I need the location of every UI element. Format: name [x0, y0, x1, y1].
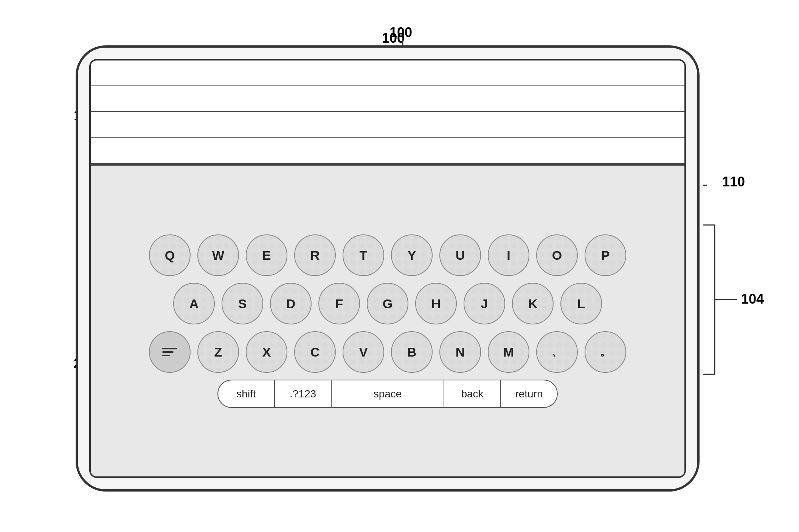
shift-button[interactable]: shift	[218, 380, 275, 407]
key-O[interactable]: O	[536, 234, 578, 276]
key-S[interactable]: S	[222, 283, 263, 324]
back-button[interactable]: back	[444, 380, 501, 407]
key-D[interactable]: D	[270, 283, 312, 324]
key-W[interactable]: W	[197, 234, 239, 276]
key-row-3: Z X C V B N M 、 。	[149, 331, 626, 373]
shift-line-3	[162, 355, 170, 356]
display-area	[91, 60, 684, 164]
shift-line-2	[162, 351, 174, 353]
key-X[interactable]: X	[246, 331, 287, 373]
key-B[interactable]: B	[391, 331, 433, 373]
key-shift-icon[interactable]	[149, 331, 191, 373]
key-Z[interactable]: Z	[197, 331, 239, 373]
key-period[interactable]: 。	[585, 331, 626, 373]
key-R[interactable]: R	[294, 234, 336, 276]
key-N[interactable]: N	[439, 331, 481, 373]
key-F[interactable]: F	[318, 283, 360, 324]
bottom-bar: shift .?123 space back return	[217, 380, 558, 408]
key-J[interactable]: J	[464, 283, 505, 324]
shift-line-1	[162, 348, 177, 349]
divider-label: 110	[722, 174, 745, 190]
display-line-4	[91, 138, 684, 163]
key-H[interactable]: H	[415, 283, 457, 324]
key-G[interactable]: G	[367, 283, 408, 324]
symbols-button[interactable]: .?123	[275, 380, 332, 407]
key-P[interactable]: P	[585, 234, 626, 276]
display-line-1	[91, 60, 684, 86]
key-Q[interactable]: Q	[149, 234, 191, 276]
key-M[interactable]: M	[488, 331, 529, 373]
display-line-2	[91, 86, 684, 112]
key-C[interactable]: C	[294, 331, 336, 373]
key-comma[interactable]: 、	[536, 331, 578, 373]
display-line-3	[91, 112, 684, 138]
key-V[interactable]: V	[343, 331, 384, 373]
key-U[interactable]: U	[439, 234, 481, 276]
key-A[interactable]: A	[173, 283, 215, 324]
device-label: 100	[389, 25, 412, 40]
keyboard-area-label: 104	[741, 291, 764, 307]
key-E[interactable]: E	[246, 234, 287, 276]
keyboard-area: Q W E R T Y U I O P A S D F G H J K	[91, 166, 684, 476]
screen: Q W E R T Y U I O P A S D F G H J K	[89, 59, 686, 478]
key-K[interactable]: K	[512, 283, 554, 324]
shift-lines-icon	[162, 348, 177, 356]
return-button[interactable]: return	[501, 380, 557, 407]
device: Q W E R T Y U I O P A S D F G H J K	[76, 45, 700, 492]
key-Y[interactable]: Y	[391, 234, 433, 276]
key-row-2: A S D F G H J K L	[173, 283, 602, 324]
key-T[interactable]: T	[343, 234, 384, 276]
space-button[interactable]: space	[332, 380, 444, 407]
key-L[interactable]: L	[560, 283, 602, 324]
key-I[interactable]: I	[488, 234, 529, 276]
key-row-1: Q W E R T Y U I O P	[149, 234, 626, 276]
